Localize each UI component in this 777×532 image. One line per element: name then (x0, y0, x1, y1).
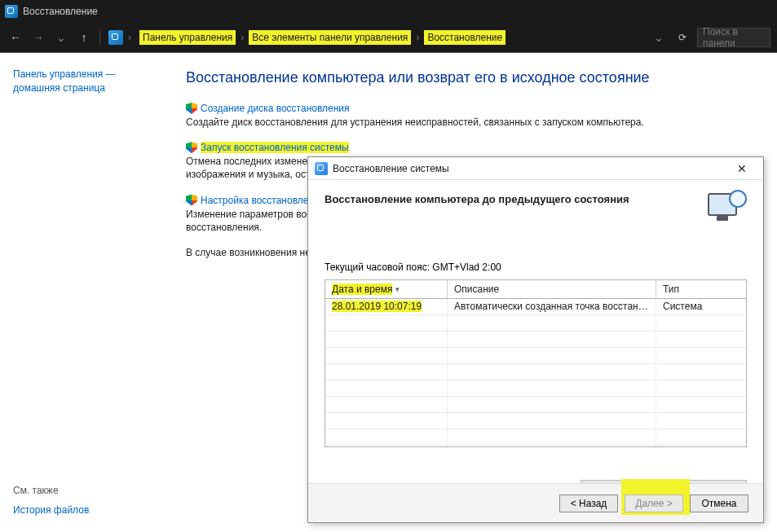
table-row[interactable]: 28.01.2019 10:07:19 Автоматически создан… (325, 299, 746, 315)
sidebar: Панель управления — домашняя страница (0, 53, 163, 532)
titlebar: Восстановление (0, 0, 777, 23)
next-button[interactable]: Далее > (625, 495, 683, 512)
breadcrumb: Панель управления › Все элементы панели … (139, 28, 645, 47)
nav-up-icon[interactable]: ↑ (75, 29, 93, 46)
table-header: Дата и время ▾ Описание Тип (325, 280, 746, 299)
search-placeholder: Поиск в панели (703, 26, 765, 49)
crumb-all-items[interactable]: Все элементы панели управления (249, 30, 411, 45)
separator (99, 29, 100, 46)
dialog-heading: Восстановление компьютера до предыдущего… (324, 193, 629, 205)
page-heading: Восстановление компьютера или возврат ег… (186, 69, 754, 86)
crumb-control-panel[interactable]: Панель управления (139, 30, 236, 45)
table-row (325, 413, 746, 429)
entry-create-recovery-disk: Создание диска восстановления Создайте д… (186, 103, 754, 129)
nav-forward-icon[interactable]: → (29, 29, 47, 46)
col-type[interactable]: Тип (656, 280, 746, 298)
table-row (325, 429, 746, 446)
desc-create-recovery-disk: Создайте диск восстановления для устране… (186, 116, 754, 129)
navbar: ← → ⌄ ↑ › Панель управления › Все элемен… (0, 23, 777, 52)
col-desc[interactable]: Описание (448, 280, 656, 298)
dialog-icon (315, 162, 328, 175)
dialog-footer: < Назад Далее > Отмена (308, 483, 763, 522)
address-dropdown-icon[interactable]: ⌄ (650, 29, 668, 46)
cell-desc: Автоматически созданная точка восстановл… (448, 299, 656, 314)
nav-back-icon[interactable]: ← (7, 29, 24, 46)
table-row (325, 348, 746, 364)
table-row (325, 380, 746, 397)
cell-date: 28.01.2019 10:07:19 (332, 301, 422, 312)
nav-recent-icon[interactable]: ⌄ (52, 29, 70, 46)
close-icon[interactable]: ✕ (727, 160, 757, 178)
system-restore-dialog: Восстановление системы ✕ Восстановление … (307, 156, 764, 523)
sort-desc-icon: ▾ (395, 285, 400, 293)
col-date-label: Дата и время (332, 284, 392, 295)
chevron-right-icon: › (416, 32, 419, 43)
window-title: Восстановление (23, 6, 98, 17)
cp-home-line1: Панель управления — (13, 68, 116, 80)
dialog-body: Восстановление компьютера до предыдущего… (308, 180, 763, 483)
table-row (325, 332, 746, 348)
cp-home-line2: домашняя страница (13, 82, 105, 94)
dialog-titlebar: Восстановление системы ✕ (308, 157, 763, 180)
app-icon (5, 5, 18, 18)
system-restore-icon (708, 190, 747, 226)
back-button[interactable]: < Назад (559, 495, 618, 512)
table-row (325, 315, 746, 332)
col-date[interactable]: Дата и время ▾ (325, 280, 448, 298)
see-also: См. также История файлов (13, 485, 89, 516)
chevron-right-icon: › (241, 32, 244, 43)
link-create-recovery-disk[interactable]: Создание диска восстановления (201, 103, 350, 114)
link-start-system-restore[interactable]: Запуск восстановления системы (201, 142, 349, 153)
dialog-title: Восстановление системы (333, 163, 722, 174)
cancel-button[interactable]: Отмена (690, 495, 748, 512)
refresh-icon[interactable]: ⟳ (673, 28, 692, 47)
search-input[interactable]: Поиск в панели (697, 28, 770, 47)
shield-icon (186, 103, 197, 114)
link-file-history[interactable]: История файлов (13, 504, 89, 516)
cell-type: Система (656, 299, 746, 314)
restore-points-table: Дата и время ▾ Описание Тип 28.01.2019 1… (324, 279, 747, 447)
crumb-sep-icon: › (128, 32, 131, 43)
see-also-label: См. также (13, 485, 89, 496)
timezone-label: Текущий часовой пояс: GMT+Vlad 2:00 (324, 262, 747, 273)
shield-icon (186, 142, 197, 153)
shield-icon (186, 195, 197, 206)
address-bar-icon (108, 30, 123, 45)
table-row (325, 397, 746, 413)
crumb-recovery[interactable]: Восстановление (424, 30, 505, 45)
cp-home-link[interactable]: Панель управления — домашняя страница (13, 68, 150, 95)
table-row (325, 364, 746, 380)
